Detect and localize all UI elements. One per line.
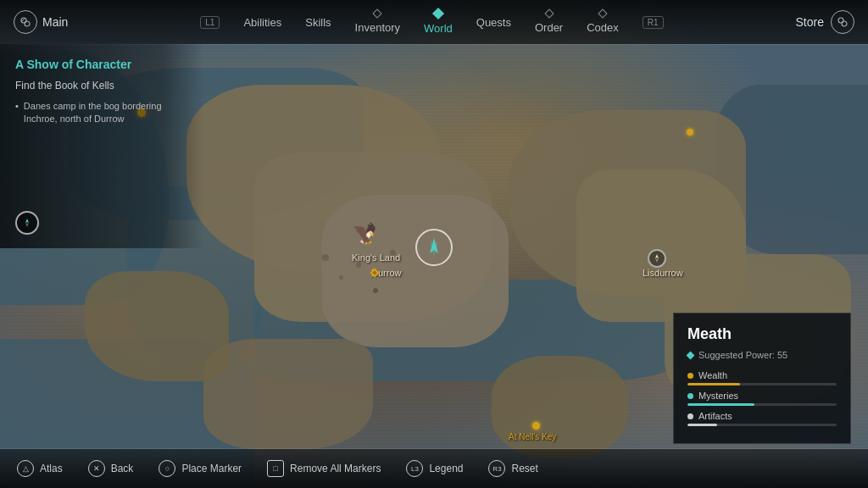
wealth-bar <box>687 383 837 385</box>
nav-abilities[interactable]: Abilities <box>243 16 281 29</box>
power-label: Suggested Power: 55 <box>698 350 787 360</box>
main-label: Main <box>42 15 68 29</box>
wealth-label: Wealth <box>698 370 727 380</box>
stat-wealth: Wealth <box>687 370 837 385</box>
stat-mysteries: Mysteries <box>687 391 837 406</box>
codex-icon <box>598 8 607 18</box>
svg-marker-12 <box>655 258 659 263</box>
triangle-button[interactable]: △ <box>17 460 34 477</box>
lisdurrow-marker <box>648 249 666 268</box>
map-glow-2 <box>687 129 693 136</box>
store-label: Store <box>796 15 824 29</box>
artifacts-bar-fill <box>687 424 717 426</box>
quest-title: A Show of Character <box>15 58 188 71</box>
nav-skills[interactable]: Skills <box>305 16 331 29</box>
wealth-icon <box>687 373 693 379</box>
svg-marker-5 <box>25 219 29 223</box>
reset-label: Reset <box>511 463 537 474</box>
left-compass-marker <box>15 211 39 235</box>
nav-store[interactable]: Store <box>796 10 854 34</box>
place-marker-label: Place Marker <box>181 463 242 474</box>
legend-label: Legend <box>429 463 463 474</box>
location-kings-land: King's Land <box>352 252 400 263</box>
mysteries-bar-fill <box>687 403 754 406</box>
artifacts-bar <box>687 424 837 426</box>
quest-subtitle: Find the Book of Kells <box>15 80 188 92</box>
nav-order[interactable]: Order <box>535 10 563 34</box>
wealth-bar-fill <box>687 383 740 385</box>
quest-panel: A Show of Character Find the Book of Kel… <box>0 44 203 248</box>
region-power: Suggested Power: 55 <box>687 350 837 360</box>
quest-objective-text: Danes camp in the bog bordering Inchroe,… <box>24 100 188 126</box>
action-back[interactable]: ✕ Back <box>88 460 134 477</box>
l3-button[interactable]: L3 <box>406 460 423 477</box>
mysteries-bar <box>687 403 837 406</box>
settlement-marker <box>364 263 385 286</box>
action-legend[interactable]: L3 Legend <box>406 460 463 477</box>
quest-bullet: • <box>15 100 19 126</box>
cross-button[interactable]: ✕ <box>88 460 105 477</box>
region-name: Meath <box>687 325 837 343</box>
atlas-label: Atlas <box>40 463 63 474</box>
nav-inventory[interactable]: Inventory <box>355 10 400 34</box>
artifacts-label: Artifacts <box>698 411 732 421</box>
power-icon <box>687 351 695 359</box>
action-reset[interactable]: R3 Reset <box>488 460 537 477</box>
action-remove-markers[interactable]: □ Remove All Markers <box>267 460 381 477</box>
r3-button[interactable]: R3 <box>488 460 505 477</box>
nav-world[interactable]: World <box>424 9 453 35</box>
remove-markers-label: Remove All Markers <box>290 463 381 474</box>
artifacts-icon <box>687 413 693 419</box>
map-glow-3 <box>532 422 540 430</box>
raven-marker: 🦅 <box>352 222 377 246</box>
order-icon <box>544 8 554 18</box>
top-navigation: Main L1 Abilities Skills Inventory World… <box>0 0 868 44</box>
action-place-marker[interactable]: ○ Place Marker <box>159 460 242 477</box>
nav-tabs: L1 Abilities Skills Inventory World Ques… <box>200 9 663 35</box>
mysteries-icon <box>687 393 693 399</box>
stat-artifacts: Artifacts <box>687 411 837 426</box>
action-atlas[interactable]: △ Atlas <box>17 460 63 477</box>
circle-button[interactable]: ○ <box>159 460 175 477</box>
world-icon <box>432 8 444 19</box>
player-marker <box>415 229 453 266</box>
nav-quests[interactable]: Quests <box>476 16 511 29</box>
bottom-bar: △ Atlas ✕ Back ○ Place Marker □ Remove A… <box>0 449 868 488</box>
nav-codex[interactable]: Codex <box>587 10 619 34</box>
svg-point-1 <box>25 21 30 26</box>
mysteries-label: Mysteries <box>698 391 738 401</box>
region-panel: Meath Suggested Power: 55 Wealth Mysteri… <box>673 313 851 444</box>
back-label: Back <box>111 463 134 474</box>
inventory-icon <box>373 8 382 18</box>
store-icon[interactable] <box>831 10 854 34</box>
svg-marker-6 <box>25 223 29 227</box>
svg-marker-11 <box>655 254 659 258</box>
location-bottom-right: At Nell's Key <box>509 432 556 441</box>
svg-point-4 <box>842 21 847 26</box>
square-button[interactable]: □ <box>267 460 284 477</box>
quest-objective: • Danes camp in the bog bordering Inchro… <box>15 100 188 126</box>
location-lisdurrow: Lisdurrow <box>643 268 683 278</box>
r1-button[interactable]: R1 <box>643 16 664 29</box>
nav-main[interactable]: Main <box>14 10 68 34</box>
l1-button[interactable]: L1 <box>200 16 220 29</box>
main-menu-icon[interactable] <box>14 10 37 34</box>
